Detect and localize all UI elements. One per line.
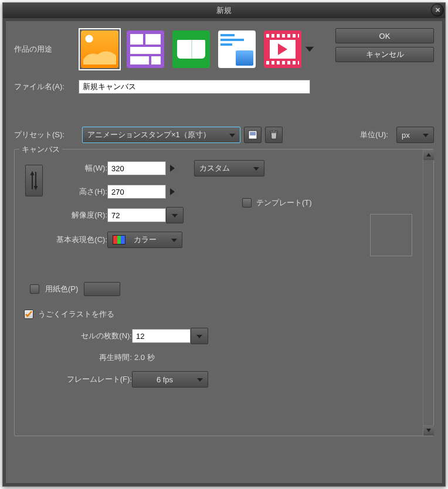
chevron-down-icon xyxy=(229,131,235,140)
chevron-down-icon xyxy=(253,164,259,173)
chevron-down-icon xyxy=(423,131,429,140)
height-label: 高さ(H): xyxy=(45,186,107,197)
chevron-down-icon xyxy=(197,375,203,384)
fps-value: 6 fps xyxy=(137,375,192,384)
purpose-book[interactable] xyxy=(170,28,212,70)
color-mode-value: カラー xyxy=(134,235,157,245)
width-input[interactable] xyxy=(107,161,166,175)
cells-combo[interactable] xyxy=(191,328,208,344)
color-mode-label: 基本表現色(C): xyxy=(45,235,107,245)
paper-color-row: 用紙色(P) xyxy=(30,282,424,296)
dimension-fields: 幅(W): カスタム 高さ(H): 解像度(R): xyxy=(45,160,424,248)
paper-color-swatch[interactable] xyxy=(84,282,120,296)
svg-rect-1 xyxy=(250,132,256,135)
purpose-dropdown[interactable] xyxy=(304,28,315,70)
canvas-preview xyxy=(370,214,412,256)
color-mode-combo[interactable]: カラー xyxy=(107,232,182,248)
swap-dimensions-button[interactable] xyxy=(25,165,43,196)
preset-combo[interactable]: アニメーションスタンプ×1（原寸） xyxy=(82,127,240,143)
resolution-combo[interactable] xyxy=(166,207,184,223)
scroll-up-button[interactable] xyxy=(423,150,434,160)
resolution-label: 解像度(R): xyxy=(45,210,107,220)
unit-value: px xyxy=(402,131,410,140)
dialog-title: 新規 xyxy=(216,5,232,16)
purpose-comic[interactable] xyxy=(124,28,167,70)
make-animation-checkbox[interactable] xyxy=(24,310,33,319)
ok-button[interactable]: OK xyxy=(335,28,434,43)
dialog-body: OK キャンセル 作品の用途 xyxy=(5,21,443,484)
height-input[interactable] xyxy=(107,185,166,199)
purpose-print[interactable] xyxy=(216,28,258,70)
purpose-tiles xyxy=(79,28,304,70)
preset-save-button[interactable] xyxy=(244,127,262,143)
height-stepper[interactable] xyxy=(166,185,179,199)
cells-label: セルの枚数(N): xyxy=(57,331,132,341)
size-preset-combo[interactable]: カスタム xyxy=(194,160,264,176)
resolution-input[interactable] xyxy=(107,208,166,222)
animation-row: うごくイラストを作る xyxy=(24,309,424,320)
fps-label: フレームレート(F): xyxy=(57,374,132,385)
preset-delete-button[interactable] xyxy=(265,127,283,143)
scroll-down-button[interactable] xyxy=(423,425,434,436)
make-animation-label: うごくイラストを作る xyxy=(38,309,114,320)
canvas-group: キャンバス 幅(W): カスタム 高さ(H): xyxy=(14,149,434,436)
filename-input[interactable] xyxy=(79,80,310,94)
color-swatch-icon xyxy=(113,235,125,244)
preset-label: プリセット(S): xyxy=(14,130,79,140)
vertical-scrollbar[interactable] xyxy=(423,150,433,436)
preset-value: アニメーションスタンプ×1（原寸） xyxy=(87,130,211,140)
animation-fields: セルの枚数(N): 再生時間: 2.0 秒 フレームレート(F): 6 fps xyxy=(57,328,424,388)
width-label: 幅(W): xyxy=(45,163,107,174)
template-row: テンプレート(T) xyxy=(242,198,312,208)
template-label: テンプレート(T) xyxy=(256,198,312,208)
chevron-down-icon xyxy=(172,211,178,220)
new-dialog: 新規 ✕ OK キャンセル 作品の用途 xyxy=(2,2,446,487)
width-stepper[interactable] xyxy=(166,161,179,175)
svg-rect-3 xyxy=(273,130,275,131)
titlebar: 新規 ✕ xyxy=(3,3,445,18)
close-button[interactable]: ✕ xyxy=(431,4,444,16)
filename-row: ファイル名(A): xyxy=(14,80,434,94)
filename-label: ファイル名(A): xyxy=(14,82,79,92)
preset-row: プリセット(S): アニメーションスタンプ×1（原寸） 単位(U): px xyxy=(14,127,434,143)
chevron-down-icon xyxy=(171,236,177,244)
duration-value: 2.0 秒 xyxy=(134,352,155,363)
template-checkbox[interactable] xyxy=(242,198,252,208)
purpose-illustration[interactable] xyxy=(79,28,121,70)
cells-input[interactable] xyxy=(132,329,191,343)
purpose-label: 作品の用途 xyxy=(14,44,79,55)
duration-label: 再生時間: xyxy=(57,352,132,363)
unit-label: 単位(U): xyxy=(360,130,388,140)
dialog-buttons: OK キャンセル xyxy=(335,28,434,62)
fps-combo[interactable]: 6 fps xyxy=(132,371,208,388)
cancel-button[interactable]: キャンセル xyxy=(335,47,434,62)
paper-color-label: 用紙色(P) xyxy=(45,284,78,294)
canvas-legend: キャンバス xyxy=(19,144,62,155)
purpose-animation[interactable] xyxy=(262,28,304,70)
paper-color-checkbox[interactable] xyxy=(30,284,39,294)
size-preset-value: カスタム xyxy=(199,163,230,174)
chevron-down-icon xyxy=(196,332,202,341)
unit-combo[interactable]: px xyxy=(396,127,434,143)
